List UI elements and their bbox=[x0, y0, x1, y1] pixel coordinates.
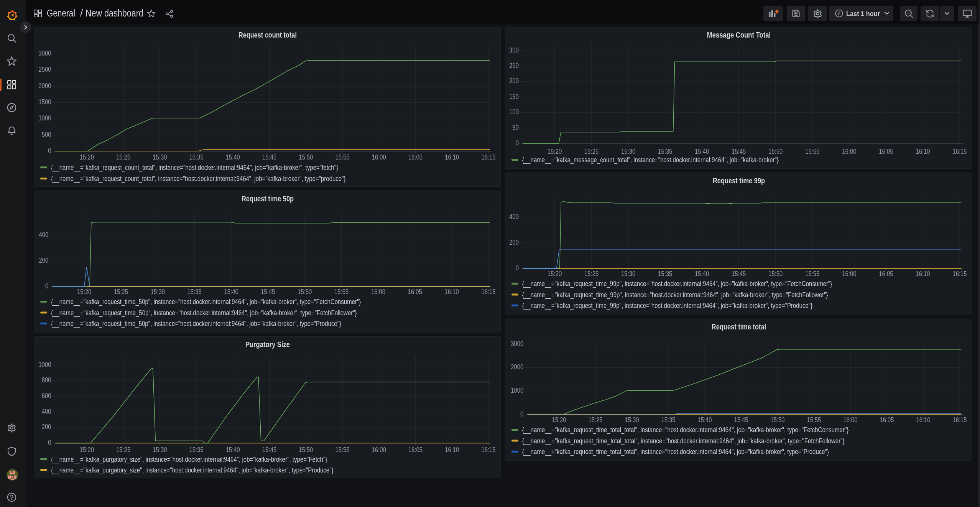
svg-text:16:05: 16:05 bbox=[408, 288, 422, 296]
svg-text:15:50: 15:50 bbox=[298, 288, 312, 296]
svg-text:16:15: 16:15 bbox=[481, 153, 495, 161]
svg-text:Request count total: Request count total bbox=[238, 31, 297, 39]
svg-text:600: 600 bbox=[42, 392, 51, 400]
svg-text:2000: 2000 bbox=[38, 82, 51, 90]
svg-text:15:35: 15:35 bbox=[189, 153, 204, 161]
svg-text:2000: 2000 bbox=[511, 363, 523, 371]
svg-text:200: 200 bbox=[509, 239, 519, 246]
svg-text:16:10: 16:10 bbox=[445, 288, 459, 296]
svg-text:800: 800 bbox=[42, 376, 51, 384]
svg-text:{__name__="kafka_request_time_: {__name__="kafka_request_time_50p", inst… bbox=[51, 320, 341, 328]
svg-text:15:40: 15:40 bbox=[224, 288, 238, 296]
svg-text:{__name__="kafka_request_time_: {__name__="kafka_request_time_total_tota… bbox=[522, 426, 848, 434]
svg-text:15:55: 15:55 bbox=[805, 148, 819, 155]
svg-text:15:50: 15:50 bbox=[299, 153, 313, 161]
svg-text:Request time 99p: Request time 99p bbox=[713, 176, 765, 185]
svg-text:16:10: 16:10 bbox=[916, 148, 930, 155]
svg-text:16:10: 16:10 bbox=[916, 416, 930, 424]
svg-text:16:05: 16:05 bbox=[408, 153, 423, 161]
svg-text:1000: 1000 bbox=[511, 387, 523, 394]
svg-text:16:00: 16:00 bbox=[842, 148, 856, 155]
svg-text:15:55: 15:55 bbox=[805, 270, 819, 278]
svg-text:400: 400 bbox=[42, 408, 51, 415]
svg-text:{__name__="kafka_request_time_: {__name__="kafka_request_time_99p", inst… bbox=[522, 291, 828, 299]
svg-text:3000: 3000 bbox=[511, 340, 523, 347]
svg-text:15:25: 15:25 bbox=[584, 270, 599, 278]
svg-text:400: 400 bbox=[509, 213, 519, 221]
svg-text:{__name__="kafka_request_time_: {__name__="kafka_request_time_99p", inst… bbox=[522, 280, 832, 288]
svg-text:16:10: 16:10 bbox=[445, 446, 459, 454]
svg-text:15:25: 15:25 bbox=[584, 148, 599, 155]
svg-text:16:15: 16:15 bbox=[481, 288, 495, 296]
svg-text:15:30: 15:30 bbox=[621, 270, 635, 278]
svg-text:New dashboard: New dashboard bbox=[86, 7, 143, 19]
svg-text:15:30: 15:30 bbox=[151, 288, 165, 296]
svg-text:{__name__="kafka_purgatory_siz: {__name__="kafka_purgatory_size", instan… bbox=[51, 456, 327, 464]
svg-text:16:15: 16:15 bbox=[952, 148, 967, 155]
svg-text:0: 0 bbox=[48, 147, 51, 155]
svg-text:15:35: 15:35 bbox=[189, 446, 204, 454]
svg-text:16:05: 16:05 bbox=[408, 446, 423, 454]
svg-text:150: 150 bbox=[509, 93, 519, 100]
svg-text:0: 0 bbox=[516, 139, 519, 147]
svg-text:0: 0 bbox=[516, 264, 519, 272]
svg-text:{__name__="kafka_request_count: {__name__="kafka_request_count_total", i… bbox=[51, 164, 338, 172]
svg-text:16:15: 16:15 bbox=[952, 416, 967, 424]
svg-text:1500: 1500 bbox=[38, 98, 51, 106]
svg-text:15:55: 15:55 bbox=[335, 153, 350, 161]
svg-text:Request time 50p: Request time 50p bbox=[242, 194, 294, 203]
svg-text:15:20: 15:20 bbox=[548, 148, 562, 155]
svg-text:15:30: 15:30 bbox=[621, 148, 635, 155]
svg-text:200: 200 bbox=[509, 77, 519, 85]
svg-text:15:45: 15:45 bbox=[732, 148, 746, 155]
svg-text:15:20: 15:20 bbox=[80, 153, 94, 161]
svg-text:{__name__="kafka_request_time_: {__name__="kafka_request_time_total_tota… bbox=[522, 448, 829, 456]
svg-text:1000: 1000 bbox=[38, 114, 51, 122]
svg-text:15:20: 15:20 bbox=[552, 416, 566, 424]
svg-text:15:45: 15:45 bbox=[732, 270, 746, 278]
svg-text:{__name__="kafka_request_time_: {__name__="kafka_request_time_total_tota… bbox=[522, 437, 845, 445]
svg-text:Last 1 hour: Last 1 hour bbox=[846, 10, 880, 18]
svg-text:16:00: 16:00 bbox=[372, 446, 386, 454]
svg-text:15:50: 15:50 bbox=[768, 270, 783, 278]
svg-text:{__name__="kafka_purgatory_siz: {__name__="kafka_purgatory_size", instan… bbox=[51, 466, 334, 474]
svg-text:300: 300 bbox=[509, 46, 519, 54]
svg-text:15:45: 15:45 bbox=[734, 416, 748, 424]
svg-text:{__name__="kafka_message_count: {__name__="kafka_message_count_total", i… bbox=[522, 156, 779, 164]
svg-text:15:45: 15:45 bbox=[262, 446, 276, 454]
svg-text:15:50: 15:50 bbox=[768, 148, 783, 155]
svg-text:{__name__="kafka_request_time_: {__name__="kafka_request_time_50p", inst… bbox=[51, 309, 357, 317]
svg-text:15:25: 15:25 bbox=[116, 153, 130, 161]
svg-text:15:45: 15:45 bbox=[261, 288, 275, 296]
svg-text:100: 100 bbox=[509, 108, 519, 116]
svg-text:15:55: 15:55 bbox=[807, 416, 821, 424]
svg-text:15:20: 15:20 bbox=[548, 270, 562, 278]
svg-text:15:35: 15:35 bbox=[661, 416, 675, 424]
svg-text:200: 200 bbox=[42, 423, 51, 431]
svg-text:{__name__="kafka_request_count: {__name__="kafka_request_count_total", i… bbox=[51, 175, 346, 183]
svg-text:3000: 3000 bbox=[38, 49, 51, 57]
svg-text:15:35: 15:35 bbox=[187, 288, 202, 296]
svg-text:2500: 2500 bbox=[38, 66, 51, 73]
svg-text:15:40: 15:40 bbox=[226, 446, 240, 454]
svg-text:16:05: 16:05 bbox=[880, 416, 894, 424]
svg-text:15:30: 15:30 bbox=[153, 446, 167, 454]
svg-text:16:00: 16:00 bbox=[842, 270, 856, 278]
svg-text:15:20: 15:20 bbox=[80, 446, 94, 454]
svg-text:15:25: 15:25 bbox=[114, 288, 128, 296]
svg-text:15:55: 15:55 bbox=[334, 288, 349, 296]
svg-text:15:40: 15:40 bbox=[697, 416, 712, 424]
svg-text:15:40: 15:40 bbox=[226, 153, 240, 161]
svg-text:{__name__="kafka_request_time_: {__name__="kafka_request_time_50p", inst… bbox=[51, 298, 361, 306]
svg-text:200: 200 bbox=[39, 257, 49, 264]
svg-text:500: 500 bbox=[42, 131, 51, 138]
svg-text:General: General bbox=[47, 7, 75, 19]
svg-text:Purgatory Size: Purgatory Size bbox=[245, 340, 290, 349]
svg-text:250: 250 bbox=[509, 62, 519, 69]
svg-text:15:25: 15:25 bbox=[588, 416, 602, 424]
svg-text:/: / bbox=[80, 7, 83, 19]
svg-text:15:20: 15:20 bbox=[77, 288, 91, 296]
svg-text:16:15: 16:15 bbox=[481, 446, 495, 454]
svg-text:Request time total: Request time total bbox=[712, 323, 766, 331]
svg-text:0: 0 bbox=[48, 439, 51, 446]
